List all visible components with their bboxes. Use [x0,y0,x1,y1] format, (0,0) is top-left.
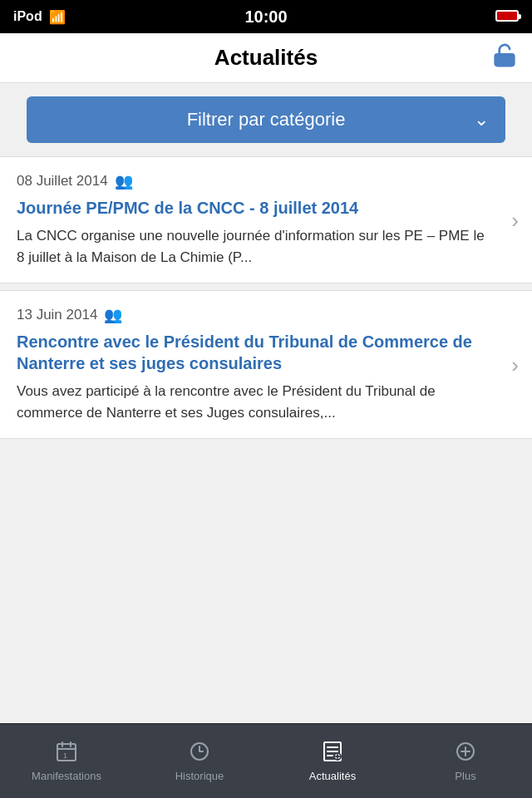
tab-bar: 1 Manifestations Historique Actua [0,723,532,798]
tab-plus-label: Plus [455,770,475,782]
battery-indicator [495,10,519,24]
news-item[interactable]: 13 Juin 2014 👥 Rencontre avec le Préside… [0,290,532,439]
tab-manifestations-label: Manifestations [32,770,101,782]
manifestations-icon: 1 [55,740,78,766]
status-left: iPod 📶 [13,9,66,25]
filter-bar[interactable]: Filtrer par catégorie ⌄ [27,96,505,143]
news-excerpt: Vous avez participé à la rencontre avec … [17,381,515,423]
tab-historique[interactable]: Historique [133,724,266,798]
historique-icon [188,740,211,766]
status-time: 10:00 [244,7,287,27]
news-meta: 13 Juin 2014 👥 [17,306,515,324]
nav-bar: Actualités [0,33,532,83]
news-excerpt: La CNCC organise une nouvelle journée d'… [17,225,515,268]
status-bar: iPod 📶 10:00 [0,0,532,33]
battery-icon [495,10,519,22]
tab-plus[interactable]: Plus [399,724,532,798]
svg-text:1: 1 [63,751,67,760]
group-icon: 👥 [115,172,133,190]
wifi-icon: 📶 [49,9,66,25]
group-icon: 👥 [104,306,122,324]
tab-actualites[interactable]: Actualités [266,724,399,798]
filter-label: Filtrer par catégorie [187,109,346,131]
chevron-down-icon: ⌄ [474,109,489,131]
page-title: Actualités [214,45,318,71]
device-label: iPod [13,9,42,24]
content-area: Filtrer par catégorie ⌄ 08 Juillet 2014 … [0,83,532,723]
tab-historique-label: Historique [175,770,224,782]
tab-manifestations[interactable]: 1 Manifestations [0,724,133,798]
news-title: Rencontre avec le Président du Tribunal … [17,331,515,374]
tab-actualites-label: Actualités [309,770,356,782]
chevron-right-icon: › [511,207,519,233]
news-meta: 08 Juillet 2014 👥 [17,172,515,190]
unlock-icon [492,42,517,67]
news-date: 13 Juin 2014 [17,307,97,323]
news-item[interactable]: 08 Juillet 2014 👥 Journée PE/PMC de la C… [0,156,532,283]
news-title: Journée PE/PMC de la CNCC - 8 juillet 20… [17,197,515,219]
plus-icon [454,740,477,766]
svg-rect-0 [495,54,515,66]
actualites-icon [321,740,344,766]
lock-button[interactable] [492,42,517,73]
news-date: 08 Juillet 2014 [17,173,108,190]
chevron-right-icon: › [511,352,519,377]
